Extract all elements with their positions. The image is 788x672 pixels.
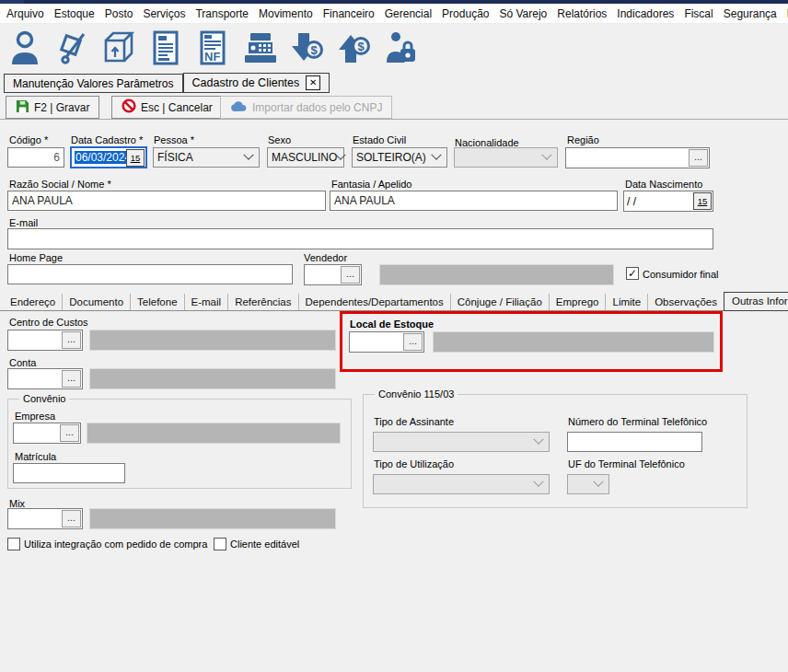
menu-financeiro[interactable]: Financeiro <box>323 7 375 20</box>
data-nascimento-label: Data Nascimento <box>625 179 702 190</box>
consumidor-final-checkbox[interactable]: ✓ <box>626 267 639 280</box>
menu-movimento[interactable]: Movimento <box>259 7 313 20</box>
uf-terminal-select[interactable] <box>567 474 609 494</box>
menu-relatorios[interactable]: Relatórios <box>557 7 607 20</box>
cash-register-icon[interactable] <box>241 29 278 66</box>
menu-arquivo[interactable]: Arquivo <box>6 7 44 20</box>
local-estoque-label: Local de Estoque <box>350 319 434 330</box>
app-window: Arquivo Estoque Posto Serviços Transport… <box>0 0 788 672</box>
sexo-select[interactable]: MASCULINO <box>267 147 344 168</box>
lookup-dots-icon[interactable]: ... <box>60 424 79 442</box>
convenio-title: Convênio <box>19 393 69 404</box>
importar-cnpj-button[interactable]: Importar dados pelo CNPJ <box>220 96 392 119</box>
calendar-icon[interactable]: 15 <box>693 192 712 210</box>
local-estoque-field[interactable]: ... <box>349 331 424 353</box>
toolbar: NF $ $ <box>0 24 788 72</box>
menu-fiscal[interactable]: Fiscal <box>684 7 713 20</box>
cancelar-button[interactable]: Esc | Cancelar <box>111 96 223 119</box>
menu-posto[interactable]: Posto <box>105 7 133 20</box>
subtab-referencias[interactable]: Referências <box>227 294 297 310</box>
lookup-dots-icon[interactable]: ... <box>62 331 81 349</box>
data-nascimento-value: / / <box>624 195 693 208</box>
matricula-field[interactable] <box>13 463 125 483</box>
regiao-field[interactable]: ... <box>565 147 710 168</box>
chevron-down-icon <box>593 477 603 487</box>
calendar-icon[interactable]: 15 <box>126 149 145 167</box>
document-icon[interactable] <box>147 29 184 66</box>
package-icon[interactable] <box>100 29 137 66</box>
lookup-dots-icon[interactable]: ... <box>341 266 360 284</box>
tipo-assinante-select[interactable] <box>373 432 550 452</box>
empresa-label: Empresa <box>15 411 55 422</box>
subtab-limite[interactable]: Limite <box>605 294 647 310</box>
vendedor-field[interactable]: ... <box>304 264 362 285</box>
subtab-emprego[interactable]: Emprego <box>549 294 606 310</box>
data-cadastro-value: 06/03/2024 <box>75 151 126 164</box>
codigo-field[interactable] <box>7 147 64 168</box>
lookup-dots-icon[interactable]: ... <box>62 510 81 527</box>
subtab-documento[interactable]: Documento <box>62 294 130 310</box>
user-icon[interactable] <box>6 29 43 66</box>
centro-custos-field[interactable]: ... <box>7 330 83 351</box>
data-nascimento-field[interactable]: / / 15 <box>623 191 713 212</box>
cancel-icon <box>122 98 136 116</box>
chevron-down-icon <box>533 477 543 487</box>
numero-terminal-field[interactable] <box>567 432 702 452</box>
tipo-utilizacao-label: Tipo de Utilização <box>374 458 454 469</box>
estado-civil-label: Estado Civil <box>353 134 406 145</box>
nacionalidade-select[interactable] <box>454 147 558 168</box>
home-page-field[interactable] <box>7 264 293 284</box>
subtab-telefone[interactable]: Telefone <box>130 294 183 310</box>
invoice-nf-icon[interactable]: NF <box>194 29 231 66</box>
close-icon[interactable]: ✕ <box>306 75 320 90</box>
subtab-outras-informacoes[interactable]: Outras Informações <box>724 292 788 311</box>
empresa-field[interactable]: ... <box>13 423 81 444</box>
codigo-label: Código * <box>9 134 48 145</box>
lookup-dots-icon[interactable]: ... <box>62 370 81 388</box>
hand-truck-icon[interactable] <box>53 29 90 66</box>
razao-social-field[interactable] <box>7 191 326 211</box>
subtab-dependentes[interactable]: Dependentes/Departamentos <box>298 294 450 310</box>
menu-estoque[interactable]: Estoque <box>54 7 95 20</box>
integracao-pedido-checkbox[interactable] <box>7 538 20 550</box>
gravar-button[interactable]: F2 | Gravar <box>6 96 99 119</box>
estado-civil-select[interactable]: SOLTEIRO(A) <box>352 147 447 168</box>
integracao-pedido-label: Utiliza integração com pedido de compra <box>24 539 207 550</box>
vendedor-descricao-field <box>379 264 614 285</box>
menu-indicadores[interactable]: Indicadores <box>617 7 674 20</box>
pessoa-select[interactable]: FÍSICA <box>153 147 260 168</box>
subtab-observacoes[interactable]: Observações <box>647 294 724 310</box>
subtab-email[interactable]: E-mail <box>184 294 228 310</box>
subtab-conjuge-filiacao[interactable]: Cônjuge / Filiação <box>450 294 549 310</box>
uf-terminal-label: UF do Terminal Telefônico <box>568 458 685 469</box>
fantasia-field[interactable] <box>330 191 618 211</box>
lookup-dots-icon[interactable]: ... <box>403 333 423 351</box>
menu-transporte[interactable]: Transporte <box>195 7 249 20</box>
tab-cadastro-de-clientes[interactable]: Cadastro de Clientes ✕ <box>183 73 330 93</box>
sexo-label: Sexo <box>268 134 291 145</box>
cliente-editavel-checkbox[interactable] <box>214 538 226 550</box>
menu-seguranca[interactable]: Segurança <box>724 7 777 20</box>
user-lock-icon[interactable] <box>382 29 419 66</box>
menu-so-varejo[interactable]: Só Varejo <box>499 7 547 20</box>
tab-label: Manutenção Valores Parâmetros <box>13 77 174 90</box>
tipo-utilizacao-select[interactable] <box>373 474 550 494</box>
conta-field[interactable]: ... <box>7 368 83 389</box>
importar-label: Importar dados pelo CNPJ <box>252 101 382 114</box>
tab-manutencao-valores-parametros[interactable]: Manutenção Valores Parâmetros <box>4 74 183 93</box>
menu-servicos[interactable]: Serviços <box>143 7 185 20</box>
money-up-icon[interactable]: $ <box>335 29 372 66</box>
mix-field[interactable]: ... <box>7 508 83 529</box>
menu-producao[interactable]: Produção <box>442 7 489 20</box>
data-cadastro-field[interactable]: 06/03/2024 15 <box>70 146 147 168</box>
subtab-endereco[interactable]: Endereço <box>4 294 62 310</box>
tab-label: Cadastro de Clientes <box>192 76 300 89</box>
local-estoque-descricao-field <box>433 331 714 353</box>
lookup-dots-icon[interactable]: ... <box>689 149 708 167</box>
email-field[interactable] <box>7 228 713 249</box>
money-down-icon[interactable]: $ <box>288 29 325 66</box>
menubar: Arquivo Estoque Posto Serviços Transport… <box>0 4 788 24</box>
tipo-assinante-label: Tipo de Assinante <box>374 416 454 427</box>
chevron-down-icon <box>336 150 346 160</box>
menu-gerencial[interactable]: Gerencial <box>385 7 432 20</box>
